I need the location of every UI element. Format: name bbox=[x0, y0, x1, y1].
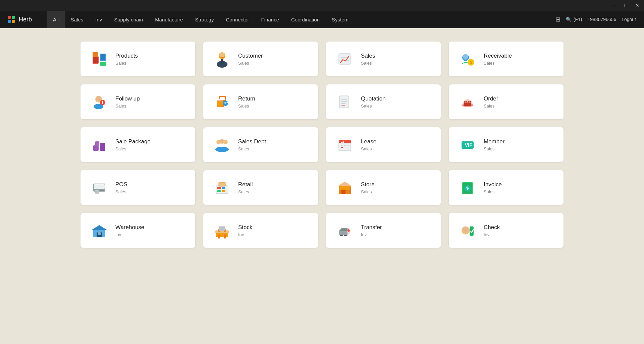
svg-rect-13 bbox=[221, 59, 223, 64]
card-category: Inv bbox=[115, 232, 144, 237]
svg-marker-86 bbox=[348, 228, 351, 232]
card-title: Products bbox=[115, 53, 138, 59]
nav-brand-name: Herb bbox=[19, 16, 32, 23]
nav-item-all[interactable]: All bbox=[47, 11, 65, 28]
card-invoice[interactable]: $ Invoice Sales bbox=[449, 170, 564, 205]
card-text: Sales Sales bbox=[361, 53, 375, 66]
card-pos[interactable]: POS Sales bbox=[80, 170, 195, 205]
svg-rect-37 bbox=[464, 102, 471, 106]
svg-rect-80 bbox=[224, 234, 226, 238]
card-title: Sales bbox=[361, 53, 375, 59]
nav-item-sales[interactable]: Sales bbox=[65, 11, 90, 28]
card-return[interactable]: ↩ Return Sales bbox=[203, 84, 318, 119]
close-button[interactable]: ✕ bbox=[633, 2, 641, 9]
card-title: Store bbox=[361, 181, 375, 188]
nav-item-strategy[interactable]: Strategy bbox=[189, 11, 220, 28]
nav-item-manufacture[interactable]: Manufacture bbox=[149, 11, 189, 28]
herb-logo-icon bbox=[7, 15, 16, 24]
svg-point-46 bbox=[215, 147, 229, 152]
sales-icon bbox=[335, 50, 354, 68]
card-title: Order bbox=[484, 95, 498, 102]
card-check[interactable]: Check Inv bbox=[449, 213, 564, 248]
card-text: Member Sales bbox=[484, 138, 504, 151]
nav-item-inv[interactable]: Inv bbox=[89, 11, 108, 28]
lease-icon: 22 bbox=[335, 135, 354, 154]
card-category: Sales bbox=[115, 189, 127, 194]
return-icon: ↩ bbox=[213, 92, 231, 111]
nav-item-connector[interactable]: Connector bbox=[220, 11, 255, 28]
svg-text:$: $ bbox=[470, 60, 472, 65]
card-text: Retail Sales bbox=[238, 181, 253, 194]
card-category: Sales bbox=[361, 146, 376, 151]
svg-rect-84 bbox=[219, 226, 225, 231]
card-retail[interactable]: Retail Sales bbox=[203, 170, 318, 205]
card-transfer[interactable]: Transfer Inv bbox=[326, 213, 441, 248]
nav-user-id: 19830796656 bbox=[588, 17, 616, 22]
card-title: Lease bbox=[361, 138, 376, 145]
svg-rect-26 bbox=[102, 103, 103, 104]
nav-item-finance[interactable]: Finance bbox=[255, 11, 285, 28]
card-store[interactable]: Store Sales bbox=[326, 170, 441, 205]
products-icon bbox=[90, 50, 109, 68]
card-category: Sales bbox=[238, 189, 253, 194]
svg-text:$: $ bbox=[466, 186, 469, 191]
card-category: Sales bbox=[115, 61, 138, 66]
card-category: Sales bbox=[238, 104, 255, 109]
svg-rect-63 bbox=[217, 190, 221, 192]
card-text: Warehouse Inv bbox=[115, 224, 144, 237]
card-title: Invoice bbox=[484, 181, 502, 188]
svg-rect-61 bbox=[217, 187, 221, 189]
svg-rect-9 bbox=[100, 62, 106, 66]
nav-item-supply-chain[interactable]: Supply chain bbox=[108, 11, 149, 28]
nav-item-system[interactable]: System bbox=[326, 11, 355, 28]
card-stock[interactable]: Stock Inv bbox=[203, 213, 318, 248]
card-lease[interactable]: 22 Lease Sales bbox=[326, 127, 441, 162]
card-sales[interactable]: Sales Sales bbox=[326, 42, 441, 76]
card-customer[interactable]: Customer Sales bbox=[203, 42, 318, 76]
quotation-icon bbox=[335, 92, 354, 111]
card-products[interactable]: Products Sales bbox=[80, 42, 195, 76]
svg-rect-57 bbox=[94, 184, 105, 189]
svg-rect-7 bbox=[101, 54, 105, 60]
search-button[interactable]: 🔍 (F1) bbox=[566, 17, 582, 22]
card-warehouse[interactable]: Warehouse Inv bbox=[80, 213, 195, 248]
card-title: POS bbox=[115, 181, 127, 188]
logout-button[interactable]: Logout bbox=[622, 17, 636, 22]
card-follow-up[interactable]: Follow up Sales bbox=[80, 84, 195, 119]
transfer-icon bbox=[335, 221, 354, 240]
card-category: Sales bbox=[484, 61, 512, 66]
card-text: Order Sales bbox=[484, 95, 498, 109]
minimize-button[interactable]: — bbox=[610, 2, 619, 9]
card-title: Member bbox=[484, 138, 504, 145]
svg-point-0 bbox=[8, 16, 11, 19]
svg-rect-59 bbox=[95, 190, 99, 194]
card-member[interactable]: VIP Member Sales bbox=[449, 127, 564, 162]
svg-rect-62 bbox=[222, 187, 225, 189]
svg-marker-69 bbox=[337, 182, 352, 186]
card-quotation[interactable]: Quotation Sales bbox=[326, 84, 441, 119]
card-title: Sales Dept bbox=[238, 138, 266, 145]
card-category: Sales bbox=[115, 146, 151, 151]
card-sale-package[interactable]: Sale Package Sales bbox=[80, 127, 195, 162]
card-title: Receivable bbox=[484, 53, 512, 59]
svg-point-22 bbox=[96, 96, 101, 101]
svg-rect-77 bbox=[98, 232, 101, 235]
svg-rect-40 bbox=[93, 145, 99, 151]
nav-logo[interactable]: Herb bbox=[0, 15, 47, 24]
card-title: Transfer bbox=[361, 224, 382, 231]
grid-icon[interactable]: ⊞ bbox=[555, 16, 560, 23]
nav-item-coordination[interactable]: Coordination bbox=[285, 11, 326, 28]
svg-text:↩: ↩ bbox=[224, 100, 228, 106]
card-text: Transfer Inv bbox=[361, 224, 382, 237]
svg-text:22: 22 bbox=[341, 140, 344, 143]
card-title: Retail bbox=[238, 181, 253, 188]
maximize-button[interactable]: □ bbox=[623, 2, 629, 9]
svg-marker-90 bbox=[339, 228, 347, 231]
pos-icon bbox=[90, 178, 109, 197]
card-text: Store Sales bbox=[361, 181, 375, 194]
card-text: Check Inv bbox=[484, 224, 500, 237]
card-sales-dept[interactable]: Sales Dept Sales bbox=[203, 127, 318, 162]
retail-icon bbox=[213, 178, 231, 197]
card-order[interactable]: Order Sales bbox=[449, 84, 564, 119]
card-receivable[interactable]: $ Receivable Sales bbox=[449, 42, 564, 76]
